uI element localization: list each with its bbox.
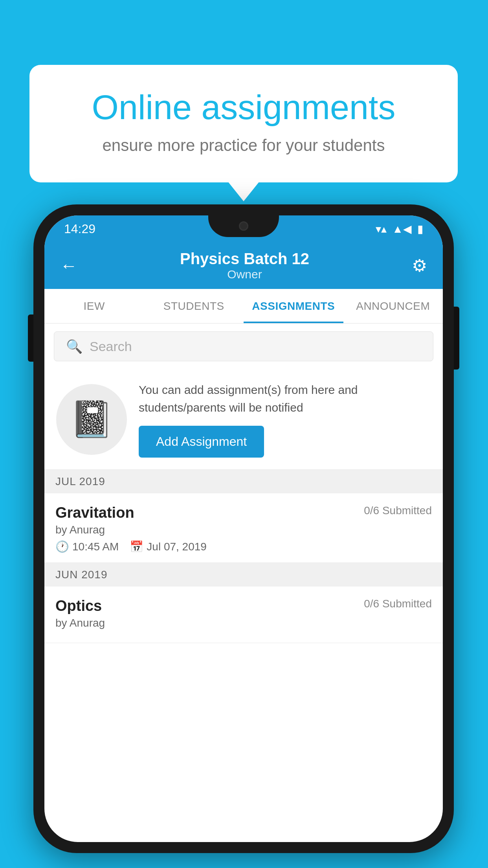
settings-icon[interactable]: ⚙: [412, 256, 427, 276]
add-assignment-section: 📓 You can add assignment(s) from here an…: [44, 369, 443, 470]
notch: [208, 215, 279, 237]
phone-shell: 14:29 ▾▴ ▲◀ ▮ ← Physics Batch 12 Owner ⚙…: [33, 204, 454, 853]
tab-assignments[interactable]: ASSIGNMENTS: [244, 289, 343, 323]
speech-bubble-subtitle: ensure more practice for your students: [61, 136, 426, 155]
assignment-name: Gravitation: [55, 504, 134, 521]
search-icon: 🔍: [66, 338, 83, 354]
assignment-submitted: 0/6 Submitted: [364, 598, 432, 610]
camera-notch: [239, 221, 248, 231]
tab-students[interactable]: STUDENTS: [144, 289, 244, 323]
assignment-item-optics[interactable]: Optics 0/6 Submitted by Anurag: [44, 587, 443, 643]
tab-iew[interactable]: IEW: [44, 289, 144, 323]
assignment-row: Optics 0/6 Submitted: [55, 598, 432, 614]
phone-screen: 14:29 ▾▴ ▲◀ ▮ ← Physics Batch 12 Owner ⚙…: [44, 215, 443, 842]
clock-icon: 🕐: [55, 540, 69, 553]
signal-icon: ▲◀: [392, 223, 412, 235]
assignment-meta: 🕐 10:45 AM 📅 Jul 07, 2019: [55, 540, 432, 553]
tab-bar: IEW STUDENTS ASSIGNMENTS ANNOUNCEM: [44, 289, 443, 324]
status-icons: ▾▴ ▲◀ ▮: [376, 223, 423, 235]
assignment-name: Optics: [55, 598, 102, 614]
section-header-jun: JUN 2019: [44, 563, 443, 587]
speech-bubble: Online assignments ensure more practice …: [29, 65, 458, 182]
back-button[interactable]: ←: [60, 256, 77, 276]
calendar-icon: 📅: [130, 540, 143, 553]
assignment-info: You can add assignment(s) from here and …: [139, 381, 431, 458]
battery-icon: ▮: [417, 223, 423, 235]
app-header: ← Physics Batch 12 Owner ⚙: [44, 242, 443, 289]
assignment-date: Jul 07, 2019: [147, 541, 207, 553]
header-center: Physics Batch 12 Owner: [77, 250, 412, 281]
assignment-icon-circle: 📓: [56, 384, 127, 455]
search-input[interactable]: Search: [90, 339, 132, 354]
meta-date: 📅 Jul 07, 2019: [130, 540, 207, 553]
meta-time: 🕐 10:45 AM: [55, 540, 119, 553]
section-header-jul: JUL 2019: [44, 470, 443, 493]
search-box[interactable]: 🔍 Search: [54, 331, 433, 361]
status-time: 14:29: [64, 222, 95, 236]
assignment-row: Gravitation 0/6 Submitted: [55, 504, 432, 521]
header-title: Physics Batch 12: [77, 250, 412, 268]
header-subtitle: Owner: [77, 268, 412, 281]
wifi-icon: ▾▴: [376, 223, 387, 235]
assignment-description: You can add assignment(s) from here and …: [139, 381, 431, 416]
assignment-time: 10:45 AM: [72, 541, 119, 553]
assignment-by: by Anurag: [55, 524, 432, 536]
status-bar: 14:29 ▾▴ ▲◀ ▮: [44, 215, 443, 242]
speech-bubble-title: Online assignments: [61, 88, 426, 127]
tab-announcements[interactable]: ANNOUNCEM: [343, 289, 443, 323]
search-container: 🔍 Search: [44, 324, 443, 369]
assignment-icon: 📓: [70, 399, 114, 440]
assignment-by: by Anurag: [55, 617, 432, 629]
add-assignment-button[interactable]: Add Assignment: [139, 426, 264, 458]
assignment-item-gravitation[interactable]: Gravitation 0/6 Submitted by Anurag 🕐 10…: [44, 493, 443, 563]
assignment-submitted: 0/6 Submitted: [364, 504, 432, 517]
